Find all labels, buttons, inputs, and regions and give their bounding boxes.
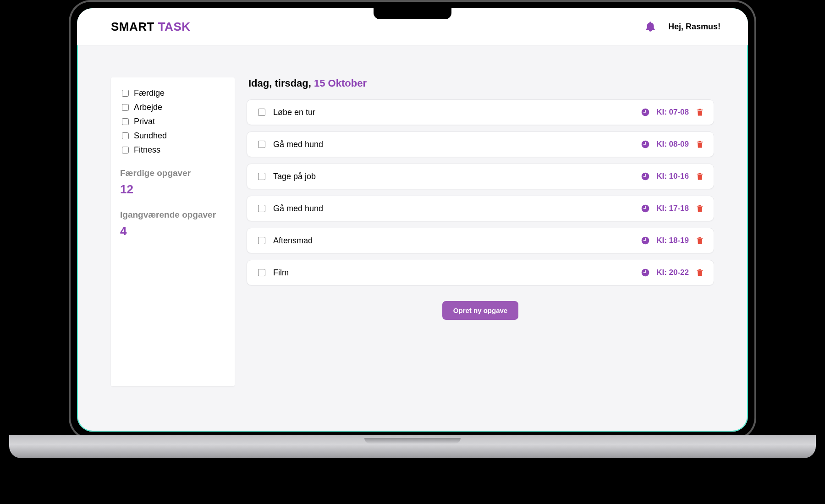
task-time: Kl: 17-18 [656,204,689,213]
completed-count: 12 [120,182,226,197]
task-right: Kl: 17-18 [641,204,704,213]
task-title: Gå med hund [273,204,323,214]
filter-checkbox[interactable] [122,147,129,153]
task-title: Tage på job [273,172,316,181]
filter-label: Færdige [134,88,165,98]
screen: SMART TASK Hej, Rasmus! [77,8,748,432]
brand: SMART TASK [111,20,191,34]
filter-checkbox[interactable] [122,118,129,125]
task-list: Løbe en turKl: 07-08Gå med hundKl: 08-09… [247,99,714,285]
filter-item[interactable]: Arbejde [120,103,226,112]
filter-item[interactable]: Privat [120,117,226,126]
filter-item[interactable]: Sundhed [120,131,226,141]
task-right: Kl: 20-22 [641,268,704,277]
device-base [9,435,816,458]
task-right: Kl: 18-19 [641,236,704,245]
sidebar: Færdige Arbejde Privat [111,77,235,386]
clock-icon [641,204,650,213]
task-checkbox[interactable] [258,173,265,180]
task-row: AftensmadKl: 18-19 [247,228,714,253]
task-checkbox[interactable] [258,141,265,148]
device-notch [374,8,451,19]
filter-label: Fitness [134,145,160,155]
task-title: Gå med hund [273,140,323,149]
bell-icon[interactable] [644,21,656,33]
filter-label: Privat [134,117,155,126]
task-checkbox[interactable] [258,269,265,276]
filter-label: Arbejde [134,103,162,112]
filter-label: Sundhed [134,131,167,141]
clock-icon [641,172,650,181]
task-left: Tage på job [256,171,641,181]
trash-icon[interactable] [695,268,704,277]
task-right: Kl: 07-08 [641,108,704,117]
brand-word-2: TASK [158,20,191,33]
trash-icon[interactable] [695,172,704,181]
filter-checkbox[interactable] [122,132,129,139]
task-checkbox[interactable] [258,205,265,212]
task-title: Aftensmad [273,236,313,246]
filter-checkbox[interactable] [122,90,129,97]
body: Færdige Arbejde Privat [77,45,748,432]
pending-count: 4 [120,224,226,238]
task-time: Kl: 08-09 [656,140,689,149]
task-row: Gå med hundKl: 17-18 [247,196,714,221]
task-left: Gå med hund [256,139,641,149]
task-right: Kl: 08-09 [641,140,704,149]
device-shadow [37,461,788,473]
date-accent: 15 Oktober [314,77,367,89]
greeting: Hej, Rasmus! [668,22,720,32]
task-left: Film [256,268,641,278]
task-row: Løbe en turKl: 07-08 [247,99,714,125]
date-prefix: Idag, tirsdag, [248,77,314,89]
completed-label: Færdige opgaver [120,168,226,179]
trash-icon[interactable] [695,140,704,149]
task-left: Løbe en tur [256,107,641,117]
task-left: Aftensmad [256,236,641,246]
trash-icon[interactable] [695,108,704,117]
trash-icon[interactable] [695,236,704,245]
app-root: SMART TASK Hej, Rasmus! [77,8,748,432]
filter-list: Færdige Arbejde Privat [120,88,226,155]
task-title: Film [273,268,289,278]
filter-item[interactable]: Fitness [120,145,226,155]
task-checkbox[interactable] [258,109,265,116]
task-row: Gå med hundKl: 08-09 [247,131,714,157]
brand-word-1: SMART [111,20,154,33]
task-checkbox[interactable] [258,237,265,244]
task-row: Tage på jobKl: 10-16 [247,164,714,189]
pending-label: Igangværende opgaver [120,209,226,220]
create-task-button[interactable]: Opret ny opgave [442,301,518,320]
topbar-right: Hej, Rasmus! [644,21,720,33]
task-row: FilmKl: 20-22 [247,260,714,285]
clock-icon [641,236,650,245]
filter-checkbox[interactable] [122,104,129,111]
clock-icon [641,268,650,277]
task-right: Kl: 10-16 [641,172,704,181]
clock-icon [641,140,650,149]
task-left: Gå med hund [256,203,641,214]
device-frame: SMART TASK Hej, Rasmus! [69,0,756,440]
page-title: Idag, tirsdag, 15 Oktober [248,77,714,89]
clock-icon [641,108,650,117]
task-time: Kl: 18-19 [656,236,689,245]
filter-item[interactable]: Færdige [120,88,226,98]
main: Idag, tirsdag, 15 Oktober Løbe en turKl:… [247,77,714,413]
task-time: Kl: 07-08 [656,108,689,117]
task-title: Løbe en tur [273,108,315,117]
task-time: Kl: 20-22 [656,268,689,277]
task-time: Kl: 10-16 [656,172,689,181]
trash-icon[interactable] [695,204,704,213]
